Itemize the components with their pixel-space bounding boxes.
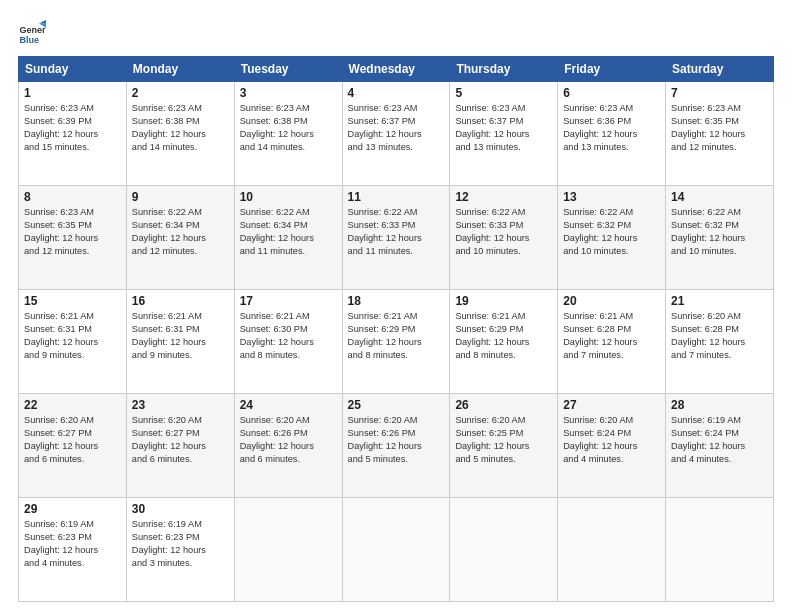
day-number: 26 (455, 398, 552, 412)
day-number: 25 (348, 398, 445, 412)
calendar-cell: 23Sunrise: 6:20 AM Sunset: 6:27 PM Dayli… (126, 394, 234, 498)
calendar-cell: 13Sunrise: 6:22 AM Sunset: 6:32 PM Dayli… (558, 186, 666, 290)
calendar-cell (666, 498, 774, 602)
calendar-cell: 6Sunrise: 6:23 AM Sunset: 6:36 PM Daylig… (558, 82, 666, 186)
day-number: 6 (563, 86, 660, 100)
calendar-cell: 20Sunrise: 6:21 AM Sunset: 6:28 PM Dayli… (558, 290, 666, 394)
calendar-cell: 22Sunrise: 6:20 AM Sunset: 6:27 PM Dayli… (19, 394, 127, 498)
day-number: 12 (455, 190, 552, 204)
day-info: Sunrise: 6:21 AM Sunset: 6:29 PM Dayligh… (348, 310, 445, 362)
day-number: 16 (132, 294, 229, 308)
calendar-cell: 28Sunrise: 6:19 AM Sunset: 6:24 PM Dayli… (666, 394, 774, 498)
day-info: Sunrise: 6:19 AM Sunset: 6:23 PM Dayligh… (132, 518, 229, 570)
calendar-cell: 16Sunrise: 6:21 AM Sunset: 6:31 PM Dayli… (126, 290, 234, 394)
day-number: 17 (240, 294, 337, 308)
day-info: Sunrise: 6:23 AM Sunset: 6:37 PM Dayligh… (455, 102, 552, 154)
day-info: Sunrise: 6:22 AM Sunset: 6:34 PM Dayligh… (132, 206, 229, 258)
calendar-cell: 21Sunrise: 6:20 AM Sunset: 6:28 PM Dayli… (666, 290, 774, 394)
calendar-cell: 4Sunrise: 6:23 AM Sunset: 6:37 PM Daylig… (342, 82, 450, 186)
weekday-header-saturday: Saturday (666, 57, 774, 82)
day-info: Sunrise: 6:21 AM Sunset: 6:30 PM Dayligh… (240, 310, 337, 362)
calendar: SundayMondayTuesdayWednesdayThursdayFrid… (18, 56, 774, 602)
calendar-cell: 7Sunrise: 6:23 AM Sunset: 6:35 PM Daylig… (666, 82, 774, 186)
day-number: 5 (455, 86, 552, 100)
day-info: Sunrise: 6:20 AM Sunset: 6:24 PM Dayligh… (563, 414, 660, 466)
day-info: Sunrise: 6:23 AM Sunset: 6:37 PM Dayligh… (348, 102, 445, 154)
day-info: Sunrise: 6:22 AM Sunset: 6:34 PM Dayligh… (240, 206, 337, 258)
day-number: 20 (563, 294, 660, 308)
day-info: Sunrise: 6:23 AM Sunset: 6:39 PM Dayligh… (24, 102, 121, 154)
calendar-cell: 27Sunrise: 6:20 AM Sunset: 6:24 PM Dayli… (558, 394, 666, 498)
calendar-cell: 5Sunrise: 6:23 AM Sunset: 6:37 PM Daylig… (450, 82, 558, 186)
day-info: Sunrise: 6:20 AM Sunset: 6:28 PM Dayligh… (671, 310, 768, 362)
day-info: Sunrise: 6:21 AM Sunset: 6:29 PM Dayligh… (455, 310, 552, 362)
logo-icon: General Blue (18, 18, 46, 46)
day-info: Sunrise: 6:21 AM Sunset: 6:31 PM Dayligh… (132, 310, 229, 362)
calendar-cell: 19Sunrise: 6:21 AM Sunset: 6:29 PM Dayli… (450, 290, 558, 394)
weekday-header-sunday: Sunday (19, 57, 127, 82)
day-number: 9 (132, 190, 229, 204)
day-number: 18 (348, 294, 445, 308)
calendar-cell: 8Sunrise: 6:23 AM Sunset: 6:35 PM Daylig… (19, 186, 127, 290)
day-number: 13 (563, 190, 660, 204)
calendar-cell (558, 498, 666, 602)
calendar-cell: 1Sunrise: 6:23 AM Sunset: 6:39 PM Daylig… (19, 82, 127, 186)
day-info: Sunrise: 6:22 AM Sunset: 6:32 PM Dayligh… (671, 206, 768, 258)
day-number: 28 (671, 398, 768, 412)
calendar-cell: 17Sunrise: 6:21 AM Sunset: 6:30 PM Dayli… (234, 290, 342, 394)
day-info: Sunrise: 6:20 AM Sunset: 6:26 PM Dayligh… (348, 414, 445, 466)
calendar-cell (234, 498, 342, 602)
day-number: 24 (240, 398, 337, 412)
weekday-header-thursday: Thursday (450, 57, 558, 82)
day-info: Sunrise: 6:23 AM Sunset: 6:38 PM Dayligh… (132, 102, 229, 154)
day-info: Sunrise: 6:23 AM Sunset: 6:35 PM Dayligh… (24, 206, 121, 258)
day-info: Sunrise: 6:23 AM Sunset: 6:35 PM Dayligh… (671, 102, 768, 154)
day-number: 23 (132, 398, 229, 412)
calendar-cell: 11Sunrise: 6:22 AM Sunset: 6:33 PM Dayli… (342, 186, 450, 290)
day-info: Sunrise: 6:19 AM Sunset: 6:24 PM Dayligh… (671, 414, 768, 466)
day-number: 4 (348, 86, 445, 100)
day-number: 7 (671, 86, 768, 100)
day-number: 27 (563, 398, 660, 412)
day-number: 19 (455, 294, 552, 308)
day-number: 21 (671, 294, 768, 308)
calendar-cell: 30Sunrise: 6:19 AM Sunset: 6:23 PM Dayli… (126, 498, 234, 602)
calendar-cell: 10Sunrise: 6:22 AM Sunset: 6:34 PM Dayli… (234, 186, 342, 290)
svg-marker-3 (39, 20, 46, 24)
day-number: 2 (132, 86, 229, 100)
weekday-header-monday: Monday (126, 57, 234, 82)
day-info: Sunrise: 6:23 AM Sunset: 6:38 PM Dayligh… (240, 102, 337, 154)
calendar-cell: 12Sunrise: 6:22 AM Sunset: 6:33 PM Dayli… (450, 186, 558, 290)
calendar-cell: 2Sunrise: 6:23 AM Sunset: 6:38 PM Daylig… (126, 82, 234, 186)
day-number: 11 (348, 190, 445, 204)
calendar-cell: 29Sunrise: 6:19 AM Sunset: 6:23 PM Dayli… (19, 498, 127, 602)
calendar-cell (450, 498, 558, 602)
header: General Blue (18, 18, 774, 46)
day-number: 8 (24, 190, 121, 204)
day-number: 30 (132, 502, 229, 516)
calendar-cell: 3Sunrise: 6:23 AM Sunset: 6:38 PM Daylig… (234, 82, 342, 186)
weekday-header-wednesday: Wednesday (342, 57, 450, 82)
calendar-cell: 9Sunrise: 6:22 AM Sunset: 6:34 PM Daylig… (126, 186, 234, 290)
day-info: Sunrise: 6:20 AM Sunset: 6:27 PM Dayligh… (132, 414, 229, 466)
calendar-cell: 15Sunrise: 6:21 AM Sunset: 6:31 PM Dayli… (19, 290, 127, 394)
day-number: 22 (24, 398, 121, 412)
logo: General Blue (18, 18, 50, 46)
day-number: 3 (240, 86, 337, 100)
day-number: 14 (671, 190, 768, 204)
weekday-header-friday: Friday (558, 57, 666, 82)
calendar-cell: 24Sunrise: 6:20 AM Sunset: 6:26 PM Dayli… (234, 394, 342, 498)
day-number: 29 (24, 502, 121, 516)
svg-text:Blue: Blue (19, 35, 39, 45)
calendar-cell: 25Sunrise: 6:20 AM Sunset: 6:26 PM Dayli… (342, 394, 450, 498)
day-info: Sunrise: 6:20 AM Sunset: 6:27 PM Dayligh… (24, 414, 121, 466)
day-info: Sunrise: 6:20 AM Sunset: 6:25 PM Dayligh… (455, 414, 552, 466)
day-info: Sunrise: 6:22 AM Sunset: 6:33 PM Dayligh… (455, 206, 552, 258)
weekday-header-tuesday: Tuesday (234, 57, 342, 82)
day-info: Sunrise: 6:21 AM Sunset: 6:31 PM Dayligh… (24, 310, 121, 362)
day-info: Sunrise: 6:21 AM Sunset: 6:28 PM Dayligh… (563, 310, 660, 362)
calendar-cell (342, 498, 450, 602)
day-info: Sunrise: 6:22 AM Sunset: 6:33 PM Dayligh… (348, 206, 445, 258)
day-info: Sunrise: 6:23 AM Sunset: 6:36 PM Dayligh… (563, 102, 660, 154)
day-number: 1 (24, 86, 121, 100)
